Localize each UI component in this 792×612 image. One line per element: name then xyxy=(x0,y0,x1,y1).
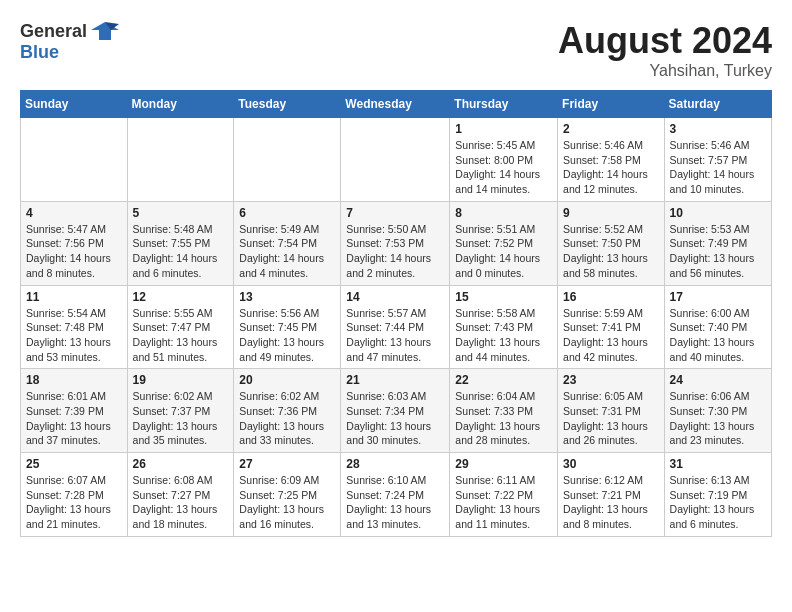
calendar-cell: 26Sunrise: 6:08 AM Sunset: 7:27 PM Dayli… xyxy=(127,453,234,537)
calendar-cell: 10Sunrise: 5:53 AM Sunset: 7:49 PM Dayli… xyxy=(664,201,771,285)
day-info: Sunrise: 6:04 AM Sunset: 7:33 PM Dayligh… xyxy=(455,389,552,448)
day-info: Sunrise: 6:05 AM Sunset: 7:31 PM Dayligh… xyxy=(563,389,659,448)
day-info: Sunrise: 5:47 AM Sunset: 7:56 PM Dayligh… xyxy=(26,222,122,281)
day-info: Sunrise: 6:07 AM Sunset: 7:28 PM Dayligh… xyxy=(26,473,122,532)
calendar-cell: 3Sunrise: 5:46 AM Sunset: 7:57 PM Daylig… xyxy=(664,118,771,202)
day-number: 27 xyxy=(239,457,335,471)
calendar-table: Sunday Monday Tuesday Wednesday Thursday… xyxy=(20,90,772,537)
calendar-cell: 31Sunrise: 6:13 AM Sunset: 7:19 PM Dayli… xyxy=(664,453,771,537)
calendar-cell: 19Sunrise: 6:02 AM Sunset: 7:37 PM Dayli… xyxy=(127,369,234,453)
calendar-cell: 22Sunrise: 6:04 AM Sunset: 7:33 PM Dayli… xyxy=(450,369,558,453)
day-info: Sunrise: 5:48 AM Sunset: 7:55 PM Dayligh… xyxy=(133,222,229,281)
day-info: Sunrise: 5:59 AM Sunset: 7:41 PM Dayligh… xyxy=(563,306,659,365)
calendar-cell: 27Sunrise: 6:09 AM Sunset: 7:25 PM Dayli… xyxy=(234,453,341,537)
day-info: Sunrise: 5:49 AM Sunset: 7:54 PM Dayligh… xyxy=(239,222,335,281)
calendar-cell xyxy=(21,118,128,202)
header-wednesday: Wednesday xyxy=(341,91,450,118)
calendar-cell: 17Sunrise: 6:00 AM Sunset: 7:40 PM Dayli… xyxy=(664,285,771,369)
day-number: 26 xyxy=(133,457,229,471)
day-info: Sunrise: 6:00 AM Sunset: 7:40 PM Dayligh… xyxy=(670,306,766,365)
day-number: 16 xyxy=(563,290,659,304)
calendar-cell xyxy=(341,118,450,202)
day-number: 4 xyxy=(26,206,122,220)
day-number: 8 xyxy=(455,206,552,220)
day-number: 11 xyxy=(26,290,122,304)
day-info: Sunrise: 6:10 AM Sunset: 7:24 PM Dayligh… xyxy=(346,473,444,532)
day-info: Sunrise: 5:58 AM Sunset: 7:43 PM Dayligh… xyxy=(455,306,552,365)
calendar-cell: 15Sunrise: 5:58 AM Sunset: 7:43 PM Dayli… xyxy=(450,285,558,369)
day-number: 12 xyxy=(133,290,229,304)
calendar-cell: 14Sunrise: 5:57 AM Sunset: 7:44 PM Dayli… xyxy=(341,285,450,369)
calendar-cell: 18Sunrise: 6:01 AM Sunset: 7:39 PM Dayli… xyxy=(21,369,128,453)
day-number: 28 xyxy=(346,457,444,471)
header-saturday: Saturday xyxy=(664,91,771,118)
day-info: Sunrise: 6:02 AM Sunset: 7:37 PM Dayligh… xyxy=(133,389,229,448)
page-header: General Blue August 2024 Yahsihan, Turke… xyxy=(20,20,772,80)
day-info: Sunrise: 5:46 AM Sunset: 7:57 PM Dayligh… xyxy=(670,138,766,197)
day-info: Sunrise: 5:52 AM Sunset: 7:50 PM Dayligh… xyxy=(563,222,659,281)
day-number: 7 xyxy=(346,206,444,220)
calendar-cell: 21Sunrise: 6:03 AM Sunset: 7:34 PM Dayli… xyxy=(341,369,450,453)
logo-bird-icon xyxy=(91,20,119,42)
calendar-week-3: 11Sunrise: 5:54 AM Sunset: 7:48 PM Dayli… xyxy=(21,285,772,369)
day-info: Sunrise: 6:09 AM Sunset: 7:25 PM Dayligh… xyxy=(239,473,335,532)
day-number: 17 xyxy=(670,290,766,304)
calendar-week-2: 4Sunrise: 5:47 AM Sunset: 7:56 PM Daylig… xyxy=(21,201,772,285)
calendar-cell: 25Sunrise: 6:07 AM Sunset: 7:28 PM Dayli… xyxy=(21,453,128,537)
day-number: 13 xyxy=(239,290,335,304)
day-number: 2 xyxy=(563,122,659,136)
day-number: 6 xyxy=(239,206,335,220)
day-info: Sunrise: 6:03 AM Sunset: 7:34 PM Dayligh… xyxy=(346,389,444,448)
calendar-title: August 2024 xyxy=(558,20,772,62)
day-number: 21 xyxy=(346,373,444,387)
calendar-cell: 7Sunrise: 5:50 AM Sunset: 7:53 PM Daylig… xyxy=(341,201,450,285)
day-number: 1 xyxy=(455,122,552,136)
calendar-cell: 28Sunrise: 6:10 AM Sunset: 7:24 PM Dayli… xyxy=(341,453,450,537)
day-info: Sunrise: 5:51 AM Sunset: 7:52 PM Dayligh… xyxy=(455,222,552,281)
day-number: 25 xyxy=(26,457,122,471)
day-info: Sunrise: 6:13 AM Sunset: 7:19 PM Dayligh… xyxy=(670,473,766,532)
day-number: 29 xyxy=(455,457,552,471)
day-info: Sunrise: 5:54 AM Sunset: 7:48 PM Dayligh… xyxy=(26,306,122,365)
calendar-cell: 2Sunrise: 5:46 AM Sunset: 7:58 PM Daylig… xyxy=(558,118,665,202)
day-info: Sunrise: 6:12 AM Sunset: 7:21 PM Dayligh… xyxy=(563,473,659,532)
day-info: Sunrise: 5:57 AM Sunset: 7:44 PM Dayligh… xyxy=(346,306,444,365)
day-number: 19 xyxy=(133,373,229,387)
day-info: Sunrise: 6:06 AM Sunset: 7:30 PM Dayligh… xyxy=(670,389,766,448)
calendar-week-1: 1Sunrise: 5:45 AM Sunset: 8:00 PM Daylig… xyxy=(21,118,772,202)
title-block: August 2024 Yahsihan, Turkey xyxy=(558,20,772,80)
day-info: Sunrise: 6:08 AM Sunset: 7:27 PM Dayligh… xyxy=(133,473,229,532)
day-info: Sunrise: 6:01 AM Sunset: 7:39 PM Dayligh… xyxy=(26,389,122,448)
day-number: 24 xyxy=(670,373,766,387)
day-info: Sunrise: 5:56 AM Sunset: 7:45 PM Dayligh… xyxy=(239,306,335,365)
day-number: 14 xyxy=(346,290,444,304)
calendar-cell: 1Sunrise: 5:45 AM Sunset: 8:00 PM Daylig… xyxy=(450,118,558,202)
calendar-cell: 9Sunrise: 5:52 AM Sunset: 7:50 PM Daylig… xyxy=(558,201,665,285)
calendar-cell: 11Sunrise: 5:54 AM Sunset: 7:48 PM Dayli… xyxy=(21,285,128,369)
header-tuesday: Tuesday xyxy=(234,91,341,118)
header-monday: Monday xyxy=(127,91,234,118)
day-info: Sunrise: 5:46 AM Sunset: 7:58 PM Dayligh… xyxy=(563,138,659,197)
header-thursday: Thursday xyxy=(450,91,558,118)
day-number: 20 xyxy=(239,373,335,387)
calendar-cell: 16Sunrise: 5:59 AM Sunset: 7:41 PM Dayli… xyxy=(558,285,665,369)
header-friday: Friday xyxy=(558,91,665,118)
calendar-cell xyxy=(234,118,341,202)
day-number: 31 xyxy=(670,457,766,471)
header-sunday: Sunday xyxy=(21,91,128,118)
day-info: Sunrise: 5:53 AM Sunset: 7:49 PM Dayligh… xyxy=(670,222,766,281)
calendar-week-5: 25Sunrise: 6:07 AM Sunset: 7:28 PM Dayli… xyxy=(21,453,772,537)
calendar-cell: 6Sunrise: 5:49 AM Sunset: 7:54 PM Daylig… xyxy=(234,201,341,285)
calendar-header-row: Sunday Monday Tuesday Wednesday Thursday… xyxy=(21,91,772,118)
calendar-location: Yahsihan, Turkey xyxy=(558,62,772,80)
day-number: 9 xyxy=(563,206,659,220)
calendar-cell: 5Sunrise: 5:48 AM Sunset: 7:55 PM Daylig… xyxy=(127,201,234,285)
calendar-cell: 23Sunrise: 6:05 AM Sunset: 7:31 PM Dayli… xyxy=(558,369,665,453)
day-number: 18 xyxy=(26,373,122,387)
day-info: Sunrise: 5:45 AM Sunset: 8:00 PM Dayligh… xyxy=(455,138,552,197)
calendar-cell: 12Sunrise: 5:55 AM Sunset: 7:47 PM Dayli… xyxy=(127,285,234,369)
day-number: 15 xyxy=(455,290,552,304)
day-info: Sunrise: 6:11 AM Sunset: 7:22 PM Dayligh… xyxy=(455,473,552,532)
calendar-cell: 8Sunrise: 5:51 AM Sunset: 7:52 PM Daylig… xyxy=(450,201,558,285)
day-number: 30 xyxy=(563,457,659,471)
